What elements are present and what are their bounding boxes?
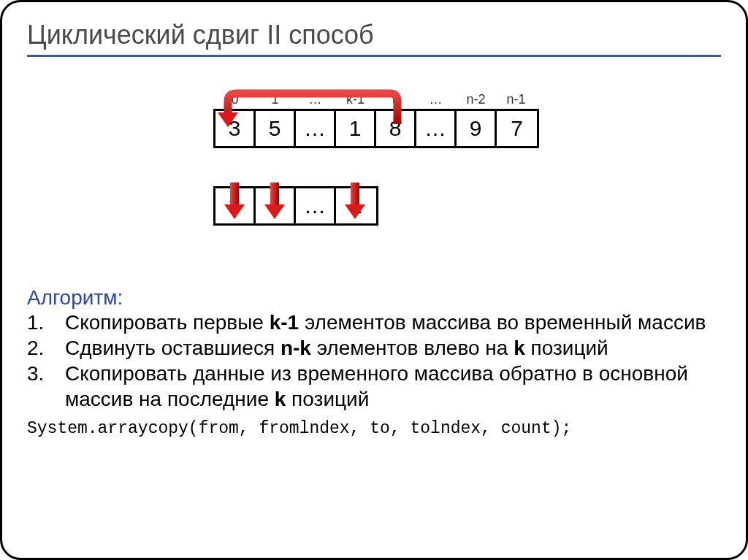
curve-arrow-icon [207, 88, 419, 131]
step-number: 1. [27, 310, 65, 335]
slide: Циклический сдвиг II способ 0 1 … k-1 k … [0, 0, 748, 560]
step-number: 2. [27, 335, 65, 361]
down-arrow-icon [224, 183, 245, 219]
diagram-area: 0 1 … k-1 k … n-2 n-1 3 5 … 1 8 … 9 7 [213, 92, 721, 289]
page-title: Циклический сдвиг II способ [27, 20, 721, 57]
list-item: 3. Скопировать данные из временного масс… [27, 361, 721, 412]
step-text: Сдвинуть оставшиеся n-k элементов влево … [65, 335, 721, 361]
algorithm-label: Алгоритм: [27, 286, 721, 310]
step-number: 3. [27, 361, 65, 412]
array-cell: 7 [497, 111, 537, 146]
down-arrow-icon [345, 183, 365, 219]
code-line: System.arraycopy(from, fromlndex, to, to… [27, 419, 721, 438]
index-label: n-2 [456, 92, 496, 107]
list-item: 2. Сдвинуть оставшиеся n-k элементов вле… [27, 335, 721, 361]
list-item: 1. Скопировать первые k-1 элементов масс… [27, 310, 721, 335]
svg-rect-1 [270, 183, 279, 206]
step-text: Скопировать первые k-1 элементов массива… [65, 310, 721, 335]
step-text: Скопировать данные из временного массива… [65, 361, 721, 412]
index-label: … [416, 92, 456, 107]
array-cell: … [296, 188, 336, 223]
algorithm-list: 1. Скопировать первые k-1 элементов масс… [27, 310, 721, 412]
down-arrow-icon [264, 183, 285, 219]
array-cell: 9 [457, 111, 497, 146]
svg-rect-2 [351, 183, 359, 206]
array-cell: … [416, 111, 457, 146]
svg-rect-0 [230, 183, 239, 206]
index-label: n-1 [496, 92, 536, 107]
